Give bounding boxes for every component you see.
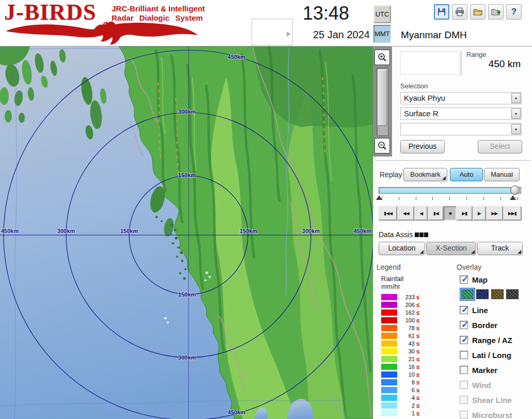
printer-icon — [455, 7, 465, 17]
legend-row: 61 ≤ — [381, 332, 419, 339]
map-style-swatch[interactable] — [506, 289, 519, 299]
svg-text:300km: 300km — [302, 228, 320, 234]
legend-value: 100 — [399, 317, 415, 323]
playback-button[interactable]: ■ — [444, 206, 457, 221]
svg-text:450km: 450km — [228, 409, 245, 415]
svg-text:150km: 150km — [178, 291, 196, 298]
overlay-item[interactable]: Shear Line — [460, 395, 512, 405]
playback-button[interactable]: ▶▶ — [486, 206, 503, 221]
playback-button[interactable]: ◀◀ — [397, 206, 414, 221]
overlay-item[interactable]: Wind — [460, 380, 512, 390]
overlay-item[interactable]: Border — [460, 320, 512, 330]
checkbox[interactable] — [460, 275, 468, 284]
legend-row: 162 ≤ — [381, 308, 419, 316]
checkbox[interactable] — [460, 411, 468, 419]
print-button[interactable] — [452, 4, 467, 20]
playback-button[interactable]: ▮◀◀ — [379, 206, 397, 221]
open-folder-button[interactable] — [470, 4, 486, 20]
timeline-start-marker[interactable] — [376, 195, 382, 200]
selection-dropdown[interactable]: Kyauk Phyu ▼ — [400, 92, 522, 104]
zoom-scrollbar-thumb[interactable] — [378, 69, 387, 126]
overlay-item[interactable]: Range / AZ — [460, 335, 512, 345]
checkbox[interactable] — [460, 351, 468, 359]
location-button-label: Location — [388, 244, 416, 252]
select-button[interactable]: Select — [478, 140, 522, 153]
lte-symbol: ≤ — [416, 294, 419, 300]
bookmark-button[interactable]: Bookmark — [403, 168, 447, 181]
zoom-in-icon — [377, 52, 387, 63]
legend-value: 61 — [399, 333, 415, 339]
radar-map-viewport[interactable]: 450km 300km 150km 150km 300km 450km 450k… — [0, 46, 373, 419]
chevron-down-icon[interactable]: ▼ — [511, 93, 521, 103]
folder-open-icon — [473, 7, 483, 17]
playback-button[interactable]: ▶▶▮ — [503, 206, 522, 221]
legend-value: 4 — [399, 395, 415, 401]
map-style-swatch[interactable] — [461, 289, 474, 299]
auto-replay-button[interactable]: Auto — [450, 168, 483, 181]
legend-row: 21 ≤ — [381, 355, 419, 363]
overlay-item[interactable]: Line — [460, 305, 512, 315]
map-style-swatch[interactable] — [476, 289, 489, 299]
manual-replay-button[interactable]: Manual — [484, 168, 520, 181]
playback-button[interactable]: ▶▮ — [457, 206, 473, 221]
chevron-down-icon[interactable]: ▼ — [511, 108, 521, 119]
replay-timeline-slider[interactable] — [379, 187, 521, 194]
legend-value: 10 — [399, 371, 415, 378]
replay-slider-thumb[interactable] — [510, 185, 520, 195]
x-section-button[interactable]: X-Section — [426, 242, 476, 255]
legend-row: 1 ≤ — [381, 409, 419, 417]
svg-text:450km: 450km — [1, 228, 19, 234]
data-assist-block — [415, 232, 419, 237]
overlay-item[interactable]: Lati / Long — [460, 350, 512, 360]
menu-corner-icon — [471, 250, 475, 254]
map-style-swatch[interactable] — [491, 289, 504, 299]
playback-button[interactable]: ▮◀ — [428, 206, 444, 221]
svg-text:450km: 450km — [228, 54, 245, 60]
clock-time: 13:48 — [284, 3, 349, 24]
map-style-swatches — [461, 289, 519, 299]
data-assist-row: Data Assis — [379, 230, 428, 239]
playback-button[interactable]: ▶ — [473, 206, 487, 221]
zoom-scrollbar-track[interactable] — [377, 68, 388, 136]
checkbox[interactable] — [460, 306, 468, 314]
overlay-items: Line Border Range / AZ Lati / Long — [460, 305, 512, 419]
checkbox[interactable] — [460, 321, 468, 329]
checkbox[interactable] — [460, 366, 468, 374]
legend-row: 6 ≤ — [381, 386, 419, 394]
selection-dropdown[interactable]: Surface R ▼ — [400, 107, 522, 120]
station-title: Myanmar DMH — [401, 29, 467, 41]
chevron-down-icon[interactable]: ▼ — [511, 124, 521, 134]
mmt-toggle-button[interactable]: MMT — [373, 25, 391, 43]
previous-button[interactable]: Previous — [400, 140, 445, 153]
save-icon — [436, 7, 447, 17]
legend-row: 4 ≤ — [381, 394, 419, 401]
zoom-in-button[interactable] — [374, 50, 390, 65]
jbirds-app: J-BIRDS JRC-Brilliant & Intelligent Rada… — [0, 0, 532, 419]
timeline-end-marker[interactable] — [510, 195, 516, 200]
location-button[interactable]: Location — [379, 242, 425, 255]
legend-color-swatch — [381, 294, 397, 300]
help-button[interactable]: ? — [506, 4, 522, 20]
playback-button[interactable]: ◀ — [414, 206, 428, 221]
utc-toggle-button[interactable]: UTC — [373, 5, 391, 23]
checkbox[interactable] — [460, 381, 468, 389]
track-button-label: Track — [491, 244, 509, 252]
overlay-item[interactable]: Marker — [460, 365, 512, 375]
export-button[interactable] — [488, 4, 504, 20]
zoom-out-icon — [377, 141, 387, 151]
rainfall-legend: 233 ≤ 206 ≤ 162 ≤ 100 — [381, 293, 419, 417]
legend-color-swatch — [381, 364, 397, 370]
svg-text:300km: 300km — [57, 228, 75, 234]
overlay-item[interactable]: Microburst — [460, 410, 512, 419]
selection-dropdown[interactable]: ▼ — [400, 123, 522, 135]
lte-symbol: ≤ — [416, 356, 419, 362]
checkbox[interactable] — [460, 336, 468, 344]
zoom-out-button[interactable] — [374, 138, 390, 153]
save-button[interactable] — [434, 4, 449, 20]
legend-color-swatch — [381, 340, 397, 347]
overlay-item[interactable]: Map — [460, 274, 488, 285]
track-button[interactable]: Track — [477, 242, 523, 255]
checkbox[interactable] — [460, 396, 468, 404]
legend-color-swatch — [381, 302, 397, 308]
overlay-label: Overlay — [457, 263, 481, 271]
